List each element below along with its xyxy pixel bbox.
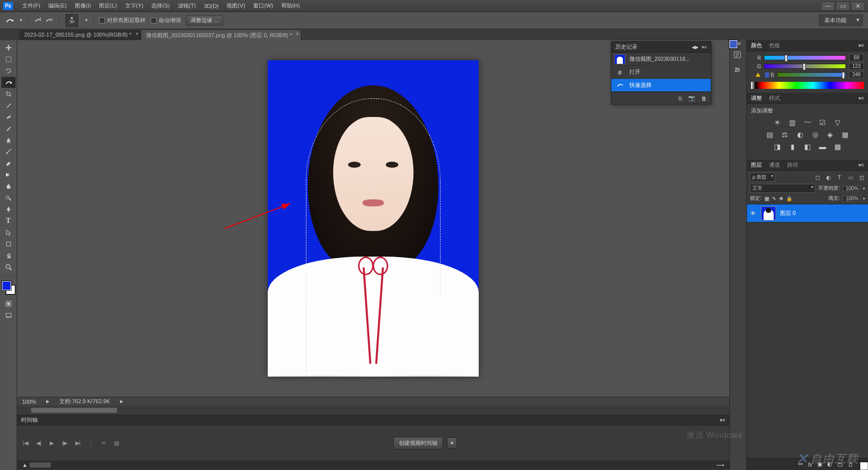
lock-all-icon[interactable]: 🔒 (786, 196, 792, 201)
timeline-panel-menu-icon[interactable]: ▾≡ (720, 417, 725, 423)
tool-pen[interactable] (2, 204, 16, 215)
filter-adjustment-icon[interactable]: ◐ (825, 174, 832, 181)
paths-panel-tab[interactable]: 路径 (787, 161, 798, 169)
layers-panel-menu-icon[interactable]: ▾≡ (858, 162, 864, 168)
horizontal-scrollbar[interactable] (17, 406, 729, 415)
adjustments-panel-menu-icon[interactable]: ▾≡ (858, 95, 864, 101)
tool-screenmode[interactable] (2, 310, 16, 321)
timeline-goto-last-icon[interactable]: ▶| (74, 439, 81, 446)
color-panel-menu-icon[interactable]: ▾≡ (858, 43, 864, 48)
window-maximize-button[interactable]: ▭ (836, 2, 850, 11)
tool-eyedropper[interactable] (2, 100, 16, 111)
tool-quickmask[interactable] (2, 298, 16, 309)
filter-type-icon[interactable]: T (836, 174, 843, 181)
menu-type[interactable]: 文字(Y) (121, 2, 148, 10)
create-video-timeline-button[interactable]: 创建视频时间轴 (393, 437, 443, 449)
timeline-panel-tab[interactable]: 时间轴 (21, 416, 38, 424)
tool-path-selection[interactable] (2, 227, 16, 238)
adj-channelmixer-icon[interactable]: ◈ (826, 131, 835, 139)
timeline-prev-frame-icon[interactable]: ◀| (35, 439, 42, 446)
sample-all-layers-checkbox[interactable] (99, 18, 105, 24)
menu-select[interactable]: 选择(S) (147, 2, 174, 10)
filter-shape-icon[interactable]: ▭ (847, 174, 854, 181)
adj-levels-icon[interactable]: ▥ (788, 119, 797, 127)
timeline-more-icon[interactable]: ⟶ (716, 462, 724, 468)
timeline-next-frame-icon[interactable]: |▶ (61, 439, 68, 446)
tool-gradient[interactable] (2, 169, 16, 180)
subtract-from-selection-icon[interactable]: − (45, 16, 54, 25)
menu-layer[interactable]: 图层(L) (95, 2, 121, 10)
adj-colorlookup-icon[interactable]: ▦ (841, 131, 850, 139)
menu-help[interactable]: 帮助(H) (277, 2, 304, 10)
tool-eraser[interactable] (2, 158, 16, 169)
auto-enhance-checkbox[interactable] (151, 18, 157, 24)
adj-posterize-icon[interactable]: ▮ (788, 143, 797, 151)
tool-history-brush[interactable] (2, 146, 16, 157)
tool-type[interactable]: T (2, 215, 16, 226)
timeline-cut-icon[interactable]: ✂ (100, 439, 107, 446)
adj-selectivecolor-icon[interactable]: ▩ (833, 143, 842, 151)
history-snapshot[interactable]: 微信截图_2023030116... (611, 53, 711, 66)
tool-hand[interactable] (2, 250, 16, 261)
collapsed-history-icon[interactable] (730, 48, 745, 61)
layer-filter-type-dropdown[interactable]: ρ 类型 (750, 173, 775, 182)
channels-panel-tab[interactable]: 通道 (769, 161, 780, 169)
adj-invert-icon[interactable]: ◨ (773, 143, 782, 151)
history-delete-icon[interactable]: 🗑 (701, 95, 707, 101)
lock-pixels-icon[interactable]: ✎ (772, 196, 776, 201)
document-tab-1-close-icon[interactable]: × (136, 31, 139, 37)
adj-bw-icon[interactable]: ◐ (796, 131, 805, 139)
document-tab-2-close-icon[interactable]: × (296, 31, 299, 37)
adj-vibrance-icon[interactable]: ▽ (833, 119, 842, 127)
brush-size-picker[interactable]: 30 (64, 13, 79, 28)
status-chevron-icon[interactable]: ▶ (120, 399, 123, 404)
tool-brush[interactable] (2, 123, 16, 134)
layer-visibility-icon[interactable]: 👁 (750, 210, 757, 217)
layer-0-name[interactable]: 图层 0 (780, 209, 796, 217)
history-collapse-icon[interactable]: ◀▶ (692, 45, 699, 50)
document-tab-1[interactable]: 2023-02-17_085155.png @ 100%(RGB/8) * × (19, 30, 141, 40)
history-panel-tab[interactable]: 历史记录 (615, 43, 637, 51)
timeline-goto-first-icon[interactable]: |◀ (22, 439, 29, 446)
adj-gradientmap-icon[interactable]: ▬ (818, 143, 827, 151)
gamut-warning-icon[interactable]: ! (755, 72, 762, 78)
adj-hue-icon[interactable]: ▤ (766, 131, 775, 139)
tool-shape[interactable] (2, 239, 16, 250)
tool-blur[interactable] (2, 181, 16, 192)
layer-thumbnail[interactable] (761, 206, 776, 220)
timeline-zoom-slider[interactable] (30, 462, 51, 467)
history-step-open[interactable]: 🗎 打开 (611, 66, 711, 79)
tool-crop[interactable] (2, 88, 16, 99)
adjustments-panel-tab[interactable]: 调整 (751, 94, 762, 102)
workspace-switcher[interactable]: 基本功能 (819, 15, 863, 26)
menu-window[interactable]: 窗口(W) (249, 2, 277, 10)
adj-exposure-icon[interactable]: ☑ (818, 119, 827, 127)
tool-clone-stamp[interactable] (2, 135, 16, 146)
refine-edge-button[interactable]: 调整边缘 ... (186, 15, 223, 26)
timeline-zoom-out-icon[interactable]: ▲ (22, 462, 28, 468)
lock-position-icon[interactable]: ✥ (779, 196, 783, 201)
styles-panel-tab[interactable]: 样式 (769, 94, 780, 102)
opacity-input[interactable] (843, 185, 860, 192)
window-close-button[interactable]: ✕ (851, 2, 865, 11)
filter-pixel-icon[interactable]: ▢ (814, 174, 821, 181)
menu-file[interactable]: 文件(F) (18, 2, 44, 10)
b-value[interactable]: 248 (849, 71, 864, 78)
timeline-play-icon[interactable]: ▶ (48, 439, 55, 446)
r-slider[interactable] (764, 55, 846, 60)
menu-edit[interactable]: 编辑(E) (44, 2, 71, 10)
adj-colorbalance-icon[interactable]: ⚖ (781, 131, 790, 139)
collapsed-properties-icon[interactable] (730, 63, 745, 76)
color-spectrum-bar[interactable] (751, 82, 864, 89)
blend-mode-dropdown[interactable]: 正常 (750, 184, 815, 193)
menu-view[interactable]: 视图(V) (223, 2, 249, 10)
swatches-panel-tab[interactable]: 色板 (769, 42, 780, 49)
timeline-transition-icon[interactable]: ▧ (113, 439, 120, 446)
adj-photofilter-icon[interactable]: ◎ (811, 131, 820, 139)
menu-3d[interactable]: 3D(D) (200, 3, 223, 9)
create-timeline-dropdown-icon[interactable]: ▾ (447, 437, 457, 449)
tool-zoom[interactable] (2, 262, 16, 273)
tool-healing-brush[interactable] (2, 111, 16, 123)
tool-quick-selection[interactable] (2, 77, 16, 88)
color-panel-tab[interactable]: 颜色 (751, 42, 762, 49)
